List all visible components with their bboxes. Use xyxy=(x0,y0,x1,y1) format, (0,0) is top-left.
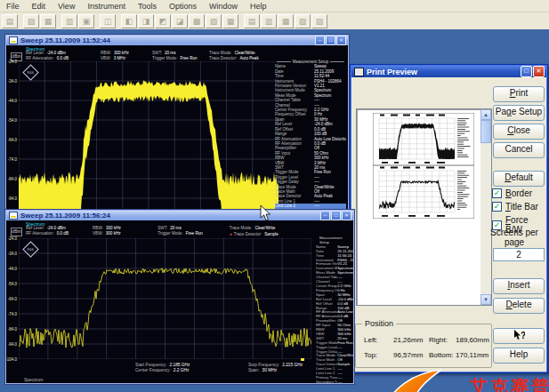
screenshot-icon[interactable]: ◨ xyxy=(138,14,154,28)
printer-icon xyxy=(354,68,364,76)
position-right-value: 189,60mm xyxy=(456,336,489,344)
checkmark-icon: ✓ xyxy=(492,202,502,212)
scroll-up-arrow-icon[interactable]: ▲ xyxy=(480,109,491,120)
dialog-maximize-button[interactable]: □ xyxy=(521,66,532,77)
scroll-down-arrow-icon[interactable]: ▼ xyxy=(480,294,491,305)
position-bottom-value: 170,11mm xyxy=(456,351,488,359)
menu-item-edit[interactable]: Edit xyxy=(26,2,52,11)
menu-item-window[interactable]: Window xyxy=(203,2,244,11)
sweep-window-icon xyxy=(9,212,18,220)
checkbox-force-b-w[interactable]: ✓Force B/W xyxy=(492,215,547,235)
window1-content: Spectrum dBm Ref Level:-24.0 dBmRBW:300 … xyxy=(6,45,348,212)
table-row-secondary-transducer[interactable]: Secondary Transducer---- xyxy=(316,380,353,383)
y-tick-label: -94.0 xyxy=(8,196,17,201)
channel-table-icon[interactable]: ▦ xyxy=(278,14,294,28)
new-icon[interactable]: ▤ xyxy=(2,14,18,28)
measurement-setup-table-1: Measurement SetupNameSweepDate25.11.2009… xyxy=(275,60,346,212)
window1-titlebar[interactable]: Sweep 25.11.2009 11:52:44 – □ × xyxy=(6,36,348,45)
dialog-titlebar[interactable]: Print Preview □ ✕ xyxy=(351,66,546,77)
context-help-button[interactable]: ? xyxy=(493,328,545,344)
y-tick-label: -44.0 xyxy=(8,267,17,271)
print-icon[interactable]: ▥ xyxy=(61,14,77,28)
page-setup-button[interactable]: Page Setup xyxy=(493,105,545,121)
insert-button[interactable]: Insert xyxy=(493,278,545,294)
trace-capture-icon[interactable]: ◩ xyxy=(155,14,171,28)
print-button[interactable]: Print xyxy=(493,86,545,102)
window2-titlebar[interactable]: Sweep 25.11.2009 11:56:24 – □ × xyxy=(6,211,353,220)
save-dataset-icon[interactable]: ▦ xyxy=(222,14,238,28)
dialog-close-button[interactable]: ✕ xyxy=(533,66,545,77)
default-button[interactable]: Default xyxy=(493,171,545,187)
checkbox-border[interactable]: ✓Border xyxy=(492,188,532,198)
menu-item-help[interactable]: Help xyxy=(244,2,273,11)
preview-scrollbar[interactable]: ▲ ▼ xyxy=(480,109,491,305)
sweep-window-2: Sweep 25.11.2009 11:56:24 – □ × Spectrum… xyxy=(4,209,355,385)
y-tick-label: -84.0 xyxy=(8,327,17,332)
svg-text:?: ? xyxy=(521,331,525,340)
transducer-icon[interactable]: ▧ xyxy=(295,14,311,28)
menu-item-instrument[interactable]: Instrument xyxy=(81,2,132,11)
table-section-title: Measurement Setup xyxy=(316,236,353,245)
window2-close-button[interactable]: × xyxy=(342,211,351,220)
setting-rbw: RBW:300 kHz xyxy=(101,51,152,55)
menu-item-view[interactable]: View xyxy=(52,2,81,11)
y-tick-label: -24.0 xyxy=(8,236,17,241)
instrument-sync-icon[interactable]: ▩ xyxy=(189,14,205,28)
window2-content: Spectrum dBm Ref Level:-24.0 dBmRBW:300 … xyxy=(6,220,353,383)
frequency-axis-right: Stop Frequency:2.215 GHz Span:30 MHz xyxy=(248,363,303,372)
position-top-label: Top: xyxy=(364,351,377,359)
sweep-marker xyxy=(301,358,304,361)
save-icon[interactable]: ▦ xyxy=(40,14,56,28)
toolbar: ▤▧▦▥▣◫◧◨◩◪▩▨▦▤▥▦▧▨ xyxy=(0,12,549,30)
limits-icon[interactable]: ▥ xyxy=(261,14,277,28)
y-axis-labels: -24.0-34.0-44.0-54.0-64.0-74.0-84.0-94.0… xyxy=(6,238,18,359)
marker-icon[interactable]: ▤ xyxy=(244,14,260,28)
help-button[interactable]: Help xyxy=(493,348,545,364)
y-tick-label: -64.0 xyxy=(8,297,17,301)
mdi-client-area: Sweep 25.11.2009 11:52:44 – □ × Spectrum… xyxy=(0,29,549,392)
close-button[interactable]: Close xyxy=(493,124,545,140)
window1-maximize-button[interactable]: □ xyxy=(326,36,335,45)
dataset-icon[interactable]: ◪ xyxy=(172,14,188,28)
position-group: Position Left: 21,26mm Right: 189,60mm T… xyxy=(355,324,492,368)
window1-minimize-button[interactable]: – xyxy=(315,36,325,45)
amplitude-icon: dBm xyxy=(11,228,22,236)
print-preview-icon[interactable]: ▣ xyxy=(78,14,94,28)
window1-close-button[interactable]: × xyxy=(336,36,346,45)
remote-display-icon[interactable]: ▨ xyxy=(206,14,222,28)
measurement-setup-table-2: Measurement SetupNameSweepDate25.11.2009… xyxy=(316,236,353,383)
scrollbar-thumb[interactable] xyxy=(480,120,491,143)
setting-trigger-mode: Trigger Mode:Free Run xyxy=(152,56,209,60)
menu-item-tools[interactable]: Tools xyxy=(132,2,163,11)
menu-item-options[interactable]: Options xyxy=(163,2,203,11)
checkmark-icon: ✓ xyxy=(492,220,502,230)
sweep-window-icon xyxy=(9,36,18,44)
y-tick-label: -44.0 xyxy=(8,99,17,103)
y-tick-label: -104.0 xyxy=(6,357,17,362)
setting-swt: SWT:20 ms xyxy=(152,51,209,55)
print-preview-dialog: Print Preview □ ✕ ▲ ▼ Print Page Setup xyxy=(350,64,548,373)
print-preview-page: ▲ ▼ xyxy=(356,108,492,306)
position-bottom-label: Bottom: xyxy=(429,351,454,359)
checkbox-title-bar[interactable]: ✓Title Bar xyxy=(492,202,538,212)
setting-rf-attenuation: RF Attenuation:0.0 dB xyxy=(26,231,93,236)
y-tick-label: -94.0 xyxy=(8,342,17,347)
cancel-button[interactable]: Cancel xyxy=(493,142,545,158)
menu-item-file[interactable]: File xyxy=(0,2,26,11)
position-right-label: Right: xyxy=(429,336,448,344)
y-tick-label: -24.0 xyxy=(8,60,17,64)
dialog-title: Print Preview xyxy=(367,68,520,76)
copy-icon[interactable]: ◫ xyxy=(100,14,116,28)
open-icon[interactable]: ▧ xyxy=(23,14,39,28)
connect-icon[interactable]: ◧ xyxy=(121,14,137,28)
setting-swt: SWT:20 ms xyxy=(157,226,230,230)
screens-per-page-value[interactable]: 2 xyxy=(493,248,545,261)
sweep-window-1: Sweep 25.11.2009 11:52:44 – □ × Spectrum… xyxy=(4,34,350,213)
window2-minimize-button[interactable]: – xyxy=(320,211,330,220)
spectrum-tab[interactable]: Spectrum xyxy=(24,377,43,382)
delete-button[interactable]: Delete xyxy=(493,298,545,314)
table-row-limit-line-2[interactable]: Limit Line 2---- xyxy=(275,204,346,208)
window2-maximize-button[interactable]: □ xyxy=(331,211,341,220)
setting-rf-attenuation: RF Attenuation:0.0 dB xyxy=(26,56,101,60)
settings-icon[interactable]: ▨ xyxy=(311,14,327,28)
